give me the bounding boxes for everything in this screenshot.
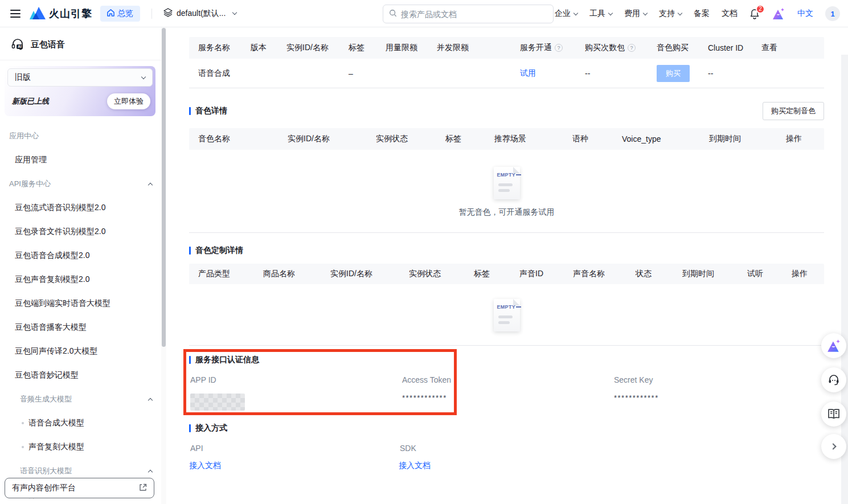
volcengine-mountain-icon bbox=[28, 6, 46, 21]
sidebar: AI 豆包语音 旧版 新版已上线 立即体验 应用中心 应用管理 API服务中心 … bbox=[0, 27, 161, 504]
voice-detail-table-header: 音色名称 实例ID/名称 实例状态 标签 推荐场景 语种 Voice_type … bbox=[189, 128, 824, 150]
sidebar-item-file-asr-2[interactable]: 豆包录音文件识别模型2.0 bbox=[0, 220, 161, 244]
external-link-icon bbox=[139, 483, 147, 493]
search-input[interactable] bbox=[401, 10, 547, 19]
service-table-row: 语音合成 – 试用 -- 购买 -- bbox=[189, 59, 824, 88]
col-scene: 推荐场景 bbox=[485, 134, 563, 144]
bullet-dot bbox=[22, 446, 24, 448]
version-dropdown-value: 旧版 bbox=[15, 72, 31, 83]
app-id-label: APP ID bbox=[189, 375, 401, 384]
col-cluster-id: Cluster ID bbox=[699, 43, 752, 52]
voice-detail-table: 音色名称 实例ID/名称 实例状态 标签 推荐场景 语种 Voice_type … bbox=[189, 128, 824, 233]
audio-creation-platform-link[interactable]: 有声内容创作平台 bbox=[5, 478, 154, 498]
nav-icp[interactable]: 备案 bbox=[694, 9, 710, 19]
sidebar-subitem-tts-large[interactable]: 语音合成大模型 bbox=[0, 411, 161, 435]
language-switch[interactable]: 中文 bbox=[797, 9, 813, 19]
col-purchase-pack: 购买次数包? bbox=[576, 43, 648, 53]
nav-support[interactable]: 支持 bbox=[659, 9, 682, 19]
nav-tools[interactable]: 工具 bbox=[589, 9, 612, 19]
new-version-text: 新版已上线 bbox=[12, 96, 49, 106]
voice-custom-detail-title: 音色定制详情 bbox=[189, 245, 243, 256]
secret-key-label: Secret Key bbox=[613, 375, 824, 384]
chevron-down-icon bbox=[643, 10, 648, 15]
col-instance-id: 实例ID/名称 bbox=[277, 43, 339, 53]
voice-custom-table-header: 产品类型 商品名称 实例ID/名称 实例状态 标签 声音ID 声音名称 状态 到… bbox=[189, 264, 824, 284]
overview-button[interactable]: 总览 bbox=[100, 6, 140, 22]
nav-billing[interactable]: 费用 bbox=[624, 9, 647, 19]
try-now-button[interactable]: 立即体验 bbox=[107, 93, 150, 109]
documentation-fab[interactable] bbox=[821, 401, 846, 427]
collapse-panel-fab[interactable] bbox=[821, 434, 846, 459]
chevron-right-icon bbox=[830, 443, 836, 449]
help-icon[interactable]: ? bbox=[555, 44, 563, 52]
voice-detail-empty-state: EMPTY 暂无音色，可开通服务试用 bbox=[189, 150, 824, 233]
api-doc-link[interactable]: 接入文档 bbox=[189, 461, 221, 470]
sidebar-item-podcast[interactable]: 豆包语音播客大模型 bbox=[0, 315, 161, 339]
nav-enterprise[interactable]: 企业 bbox=[555, 9, 577, 19]
buy-button[interactable]: 购买 bbox=[657, 65, 690, 82]
version-dropdown[interactable]: 旧版 bbox=[7, 68, 153, 87]
user-avatar[interactable]: 1 bbox=[825, 6, 840, 21]
sidebar-item-stream-asr-2[interactable]: 豆包流式语音识别模型2.0 bbox=[0, 196, 161, 220]
sidebar-item-simul-translate[interactable]: 豆包同声传译2.0大模型 bbox=[0, 339, 161, 363]
empty-document-icon: EMPTY bbox=[494, 167, 520, 199]
headset-ai-icon: AI bbox=[11, 38, 25, 52]
customer-service-fab[interactable] bbox=[821, 367, 846, 392]
auth-info-section: 服务接口认证信息 APP ID Access Token ***********… bbox=[189, 355, 824, 411]
sidebar-item-e2e-realtime[interactable]: 豆包端到端实时语音大模型 bbox=[0, 292, 161, 315]
sidebar-item-miaoji[interactable]: 豆包语音妙记模型 bbox=[0, 363, 161, 387]
global-search[interactable] bbox=[383, 5, 554, 23]
service-table-header: 服务名称 版本 实例ID/名称 标签 用量限额 并发限额 服务开通? 购买次数包… bbox=[189, 37, 824, 59]
buy-custom-voice-button[interactable]: 购买定制音色 bbox=[763, 102, 824, 120]
sdk-doc-link[interactable]: 接入文档 bbox=[399, 461, 431, 470]
title-accent-bar bbox=[189, 356, 191, 364]
col-usage-quota: 用量限额 bbox=[376, 43, 428, 53]
ai-assistant-fab[interactable] bbox=[821, 333, 846, 358]
sidebar-scrollbar-thumb[interactable] bbox=[162, 28, 166, 347]
cell-cluster-id: -- bbox=[699, 69, 752, 78]
col-voice-name: 声音名称 bbox=[564, 269, 626, 279]
home-icon bbox=[107, 9, 114, 18]
sidebar-item-app-management[interactable]: 应用管理 bbox=[0, 148, 161, 172]
ai-assistant-icon[interactable] bbox=[772, 7, 785, 20]
help-icon[interactable]: ? bbox=[628, 44, 636, 52]
trial-link[interactable]: 试用 bbox=[520, 68, 536, 77]
app-id-redacted-value bbox=[190, 394, 245, 411]
chevron-up-icon bbox=[148, 470, 153, 474]
project-selector-label: default(默认... bbox=[177, 9, 226, 19]
brand-logo[interactable]: 火山引擎 bbox=[28, 6, 92, 21]
project-selector[interactable]: default(默认... bbox=[163, 8, 236, 19]
sdk-label: SDK bbox=[399, 444, 824, 453]
nav-docs[interactable]: 文档 bbox=[722, 9, 738, 19]
service-table: 服务名称 版本 实例ID/名称 标签 用量限额 并发限额 服务开通? 购买次数包… bbox=[189, 37, 824, 88]
col-tag: 标签 bbox=[465, 269, 510, 279]
chevron-up-icon bbox=[148, 398, 153, 403]
api-label: API bbox=[189, 444, 399, 453]
col-status: 状态 bbox=[626, 269, 673, 279]
sidebar-scrollbar[interactable] bbox=[161, 27, 166, 504]
bullet-dot bbox=[22, 422, 24, 424]
access-token-label: Access Token bbox=[401, 375, 613, 384]
secret-key-masked-value: ************ bbox=[613, 394, 824, 402]
sidebar-group-audio-gen[interactable]: 音频生成大模型 bbox=[0, 387, 161, 411]
access-method-section: 接入方式 API 接入文档 SDK 接入文档 bbox=[189, 423, 824, 471]
chevron-down-icon bbox=[608, 10, 613, 15]
sidebar-subitem-clone-large[interactable]: 声音复刻大模型 bbox=[0, 435, 161, 459]
col-voice-name: 音色名称 bbox=[189, 134, 278, 144]
sidebar-group-api-center[interactable]: API服务中心 bbox=[0, 172, 161, 196]
sidebar-item-tts-2[interactable]: 豆包语音合成模型2.0 bbox=[0, 244, 161, 268]
cell-service-open: 试用 bbox=[511, 68, 576, 79]
col-tag: 标签 bbox=[436, 134, 485, 144]
notification-bell-icon[interactable]: 2 bbox=[749, 9, 760, 19]
hamburger-menu-icon[interactable] bbox=[10, 10, 21, 18]
chevron-down-icon bbox=[573, 10, 578, 15]
sidebar-item-voice-clone-2[interactable]: 豆包声音复刻模型2.0 bbox=[0, 268, 161, 292]
col-actions: 操作 bbox=[783, 269, 824, 279]
chevron-down-icon bbox=[141, 74, 146, 79]
chevron-down-icon bbox=[232, 10, 237, 15]
col-version: 版本 bbox=[241, 43, 277, 53]
auth-info-title: 服务接口认证信息 bbox=[189, 355, 824, 365]
page-scrollbar[interactable] bbox=[841, 55, 848, 504]
col-tag: 标签 bbox=[339, 43, 376, 53]
col-instance-id: 实例ID/名称 bbox=[278, 134, 367, 144]
